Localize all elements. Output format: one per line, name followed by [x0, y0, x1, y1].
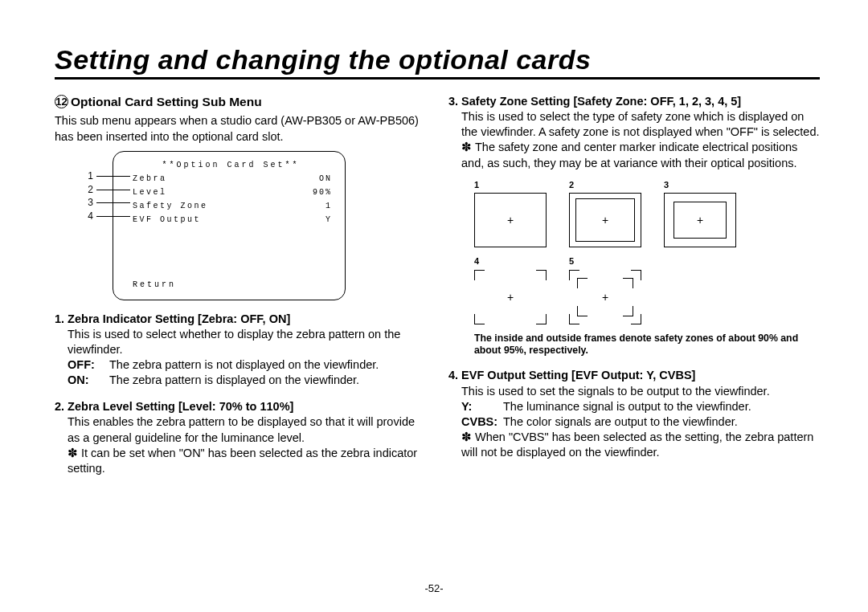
right-column: 3. Safety Zone Setting [Safety Zone: OFF…	[448, 94, 820, 476]
item-body: This is used to select whether to displa…	[68, 327, 426, 357]
callout-num: 2	[84, 184, 93, 197]
sz-box-double: +	[664, 193, 736, 247]
page-title: Setting and changing the optional cards	[55, 44, 820, 75]
section-heading: 12Optional Card Setting Sub Menu	[55, 94, 426, 110]
def-val: The color signals are output to the view…	[503, 414, 738, 430]
osd-label: EVF Output	[133, 214, 201, 225]
safety-zone-diagram: 1 + 2 + 3 + 4	[474, 179, 820, 357]
center-marker-icon: +	[507, 289, 514, 304]
osd-row: Safety Zone1	[129, 201, 332, 211]
callout-num: 3	[84, 197, 93, 210]
osd-diagram: 1 2 3 4 **Option Card Set** ZebraON Leve…	[84, 151, 349, 300]
callout-num: 4	[84, 210, 93, 223]
sz-item: 3 +	[664, 179, 736, 248]
item-heading: 3. Safety Zone Setting [Safety Zone: OFF…	[448, 94, 820, 109]
sz-row: 1 + 2 + 3 +	[474, 179, 820, 248]
page-number: -52-	[0, 582, 868, 594]
def-key: OFF:	[68, 357, 109, 373]
center-marker-icon: +	[602, 289, 608, 304]
sz-label: 3	[664, 179, 736, 191]
item-note: It can be set when "ON" has been selecte…	[68, 446, 426, 476]
section-heading-text: Optional Card Setting Sub Menu	[71, 95, 262, 108]
sz-inner-frame: +	[674, 202, 727, 239]
item-body: This is used to set the signals to be ou…	[461, 384, 820, 399]
definition-row: ON:The zebra pattern is displayed on the…	[68, 373, 426, 388]
sz-label: 4	[474, 255, 547, 267]
def-key: ON:	[68, 373, 109, 388]
item-heading: 1. Zebra Indicator Setting [Zebra: OFF, …	[55, 312, 426, 327]
center-marker-icon: +	[507, 213, 514, 227]
manual-page: Setting and changing the optional cards …	[0, 0, 868, 612]
osd-row: EVF OutputY	[129, 214, 332, 225]
def-val: The zebra pattern is not displayed on th…	[109, 357, 379, 373]
two-column-layout: 12Optional Card Setting Sub Menu This su…	[55, 94, 820, 476]
definition-row: CVBS:The color signals are output to the…	[461, 414, 820, 430]
def-key: Y:	[461, 399, 503, 414]
corner-icon	[536, 270, 547, 280]
sz-label: 5	[569, 255, 641, 267]
osd-value: 90%	[313, 187, 332, 198]
callout-num: 1	[84, 170, 93, 183]
sz-label: 2	[569, 179, 641, 191]
center-marker-icon: +	[602, 213, 608, 227]
sz-box-double: +	[569, 193, 641, 247]
corner-icon	[623, 278, 633, 288]
sz-item: 4 +	[474, 255, 547, 324]
corner-icon	[577, 278, 588, 288]
item-heading: 4. EVF Output Setting [EVF Output: Y, CV…	[448, 368, 820, 383]
osd-value: ON	[319, 173, 332, 184]
osd-row: ZebraON	[129, 173, 332, 184]
intro-paragraph: This sub menu appears when a studio card…	[55, 113, 426, 144]
item-note: The safety zone and center marker indica…	[461, 140, 820, 170]
center-marker-icon: +	[697, 213, 703, 227]
sz-item: 2 +	[569, 179, 641, 248]
corner-icon	[623, 306, 633, 316]
definition-row: Y:The luminance signal is output to the …	[461, 399, 820, 414]
sz-label: 1	[474, 179, 547, 191]
sz-caption: The inside and outside frames denote saf…	[474, 333, 820, 357]
osd-value: Y	[326, 214, 332, 225]
corner-icon	[577, 306, 588, 316]
osd-return: Return	[133, 279, 176, 290]
item-body: This is used to select the type of safet…	[461, 109, 820, 140]
item-note: When "CVBS" has been selected as the set…	[461, 430, 820, 460]
osd-screen: **Option Card Set** ZebraON Level90% Saf…	[113, 151, 346, 300]
osd-label: Safety Zone	[133, 201, 208, 211]
sz-item: 1 +	[474, 179, 547, 248]
osd-row: Level90%	[129, 187, 332, 198]
circled-number-icon: 12	[55, 95, 68, 108]
left-column: 12Optional Card Setting Sub Menu This su…	[55, 94, 426, 476]
item-heading: 2. Zebra Level Setting [Level: 70% to 11…	[55, 399, 426, 414]
def-val: The luminance signal is output to the vi…	[503, 399, 751, 414]
corner-icon	[474, 314, 485, 324]
def-key: CVBS:	[461, 414, 503, 430]
sz-corners-single: +	[474, 270, 547, 324]
sz-row: 4 + 5 +	[474, 255, 820, 324]
osd-label: Zebra	[133, 173, 167, 184]
sz-inner-frame: +	[575, 198, 635, 242]
corner-icon	[474, 270, 485, 280]
corner-icon	[536, 314, 547, 324]
item-body: This enables the zebra pattern to be dis…	[68, 414, 426, 445]
title-rule: Setting and changing the optional cards	[55, 44, 820, 80]
sz-box-single: +	[474, 193, 547, 247]
osd-label: Level	[133, 187, 167, 198]
osd-value: 1	[326, 201, 332, 211]
osd-title: **Option Card Set**	[129, 160, 332, 170]
sz-corners-double: +	[569, 270, 641, 324]
sz-item: 5 +	[569, 255, 641, 324]
definition-row: OFF:The zebra pattern is not displayed o…	[68, 357, 426, 373]
def-val: The zebra pattern is displayed on the vi…	[109, 373, 359, 388]
